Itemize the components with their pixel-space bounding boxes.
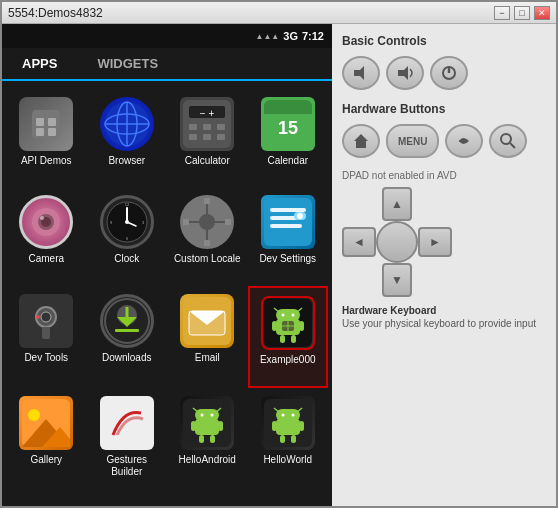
svg-rect-1 — [36, 118, 44, 126]
svg-rect-72 — [276, 309, 300, 321]
svg-rect-46 — [270, 216, 298, 220]
svg-rect-102 — [272, 421, 277, 431]
app-gestures-builder[interactable]: Gestures Builder — [87, 388, 168, 498]
app-example000[interactable]: Example000 — [248, 286, 329, 388]
app-downloads[interactable]: Downloads — [87, 286, 168, 388]
svg-rect-91 — [199, 435, 204, 443]
calendar-icon: 15 — [261, 97, 315, 151]
email-icon — [180, 294, 234, 348]
back-button[interactable] — [445, 124, 483, 158]
home-button[interactable] — [342, 124, 380, 158]
tab-apps[interactable]: APPS — [2, 48, 77, 81]
dpad-right-button[interactable]: ► — [418, 227, 452, 257]
app-dev-tools[interactable]: Dev Tools — [6, 286, 87, 388]
svg-rect-43 — [225, 219, 231, 225]
svg-point-108 — [291, 413, 294, 416]
basic-controls-row — [342, 56, 546, 90]
dpad-center[interactable] — [376, 221, 418, 263]
app-calculator[interactable]: − + Calculator — [167, 89, 248, 187]
app-dev-settings[interactable]: Dev Settings — [248, 187, 329, 285]
svg-rect-14 — [203, 124, 211, 130]
svg-marker-112 — [398, 66, 408, 80]
dpad-left-button[interactable]: ◄ — [342, 227, 376, 257]
close-button[interactable]: ✕ — [534, 6, 550, 20]
svg-marker-115 — [354, 134, 368, 148]
svg-rect-103 — [299, 421, 304, 431]
app-tabs: APPS WIDGETS — [2, 48, 332, 81]
svg-rect-15 — [217, 124, 225, 130]
maximize-button[interactable]: □ — [514, 6, 530, 20]
svg-line-118 — [510, 143, 515, 148]
calendar-label: Calendar — [267, 155, 308, 167]
hardware-buttons-title: Hardware Buttons — [342, 102, 546, 116]
svg-rect-3 — [36, 128, 44, 136]
app-clock[interactable]: 12 3 6 9 Clock — [87, 187, 168, 285]
dpad-up-button[interactable]: ▲ — [382, 187, 412, 221]
menu-button[interactable]: MENU — [386, 124, 439, 158]
status-right: ▲▲▲ 3G 7:12 — [256, 30, 324, 42]
gestures-builder-icon — [100, 396, 154, 450]
app-custom-locale[interactable]: Custom Locale — [167, 187, 248, 285]
dev-tools-label: Dev Tools — [24, 352, 68, 364]
tab-widgets[interactable]: WIDGETS — [77, 48, 178, 79]
window-title: 5554:Demos4832 — [8, 6, 103, 20]
svg-point-54 — [36, 315, 40, 319]
camera-label: Camera — [28, 253, 64, 265]
clock-time: 7:12 — [302, 30, 324, 42]
svg-rect-16 — [189, 134, 197, 140]
svg-marker-111 — [354, 66, 364, 80]
menu-label: MENU — [398, 136, 427, 147]
dev-settings-label: Dev Settings — [259, 253, 316, 265]
svg-rect-44 — [264, 198, 312, 246]
svg-rect-68 — [272, 321, 277, 331]
network-icon: ▲▲▲ — [256, 32, 280, 41]
gestures-builder-label: Gestures Builder — [91, 454, 164, 478]
vol-down-button[interactable] — [342, 56, 380, 90]
downloads-icon — [100, 294, 154, 348]
app-gallery[interactable]: Gallery — [6, 388, 87, 498]
svg-rect-106 — [276, 409, 300, 421]
app-browser[interactable]: Browser — [87, 89, 168, 187]
dpad-down-button[interactable]: ▼ — [382, 263, 412, 297]
right-panel: Basic Controls Hardware Buttons MENU — [332, 24, 556, 506]
svg-rect-40 — [204, 198, 210, 204]
downloads-label: Downloads — [102, 352, 151, 364]
svg-rect-70 — [280, 335, 285, 343]
power-button[interactable] — [430, 56, 468, 90]
svg-rect-18 — [217, 134, 225, 140]
app-email[interactable]: Email — [167, 286, 248, 388]
svg-point-73 — [281, 313, 284, 316]
app-hello-android[interactable]: HelloAndroid — [167, 388, 248, 498]
vol-up-button[interactable] — [386, 56, 424, 90]
svg-rect-59 — [115, 329, 139, 332]
svg-rect-21 — [264, 108, 312, 114]
svg-rect-69 — [299, 321, 304, 331]
search-button[interactable] — [489, 124, 527, 158]
clock-label: Clock — [114, 253, 139, 265]
app-grid: API Demos Browser — [2, 81, 332, 506]
gallery-label: Gallery — [30, 454, 62, 466]
content-area: ▲▲▲ 3G 7:12 APPS WIDGETS — [2, 24, 556, 506]
browser-icon — [100, 97, 154, 151]
svg-rect-90 — [218, 421, 223, 431]
svg-rect-17 — [203, 134, 211, 140]
dev-settings-icon — [261, 195, 315, 249]
hardware-buttons-row: MENU — [342, 124, 546, 158]
app-hello-world[interactable]: HelloWorld — [248, 388, 329, 498]
status-bar: ▲▲▲ 3G 7:12 — [2, 24, 332, 48]
clock-icon: 12 3 6 9 — [100, 195, 154, 249]
svg-text:15: 15 — [278, 118, 298, 138]
basic-controls-title: Basic Controls — [342, 34, 546, 48]
app-api-demos[interactable]: API Demos — [6, 89, 87, 187]
svg-rect-89 — [191, 421, 196, 431]
svg-rect-47 — [270, 224, 302, 228]
svg-point-26 — [40, 216, 44, 220]
svg-rect-13 — [189, 124, 197, 130]
app-calendar[interactable]: 15 Calendar — [248, 89, 329, 187]
app-camera[interactable]: Camera — [6, 187, 87, 285]
minimize-button[interactable]: − — [494, 6, 510, 20]
hello-world-icon — [261, 396, 315, 450]
svg-point-107 — [281, 413, 284, 416]
svg-point-74 — [291, 313, 294, 316]
hello-android-icon — [180, 396, 234, 450]
